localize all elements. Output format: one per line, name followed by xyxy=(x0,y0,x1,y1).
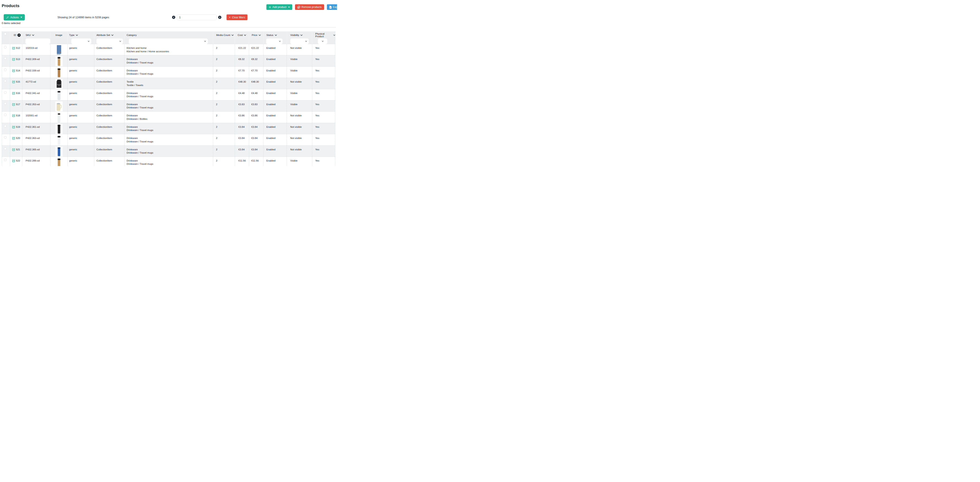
product-media-count: 2 xyxy=(213,44,235,55)
physical-product-filter-select[interactable] xyxy=(318,38,327,44)
table-row: 515 41772-xd generic CollectionItem Text… xyxy=(2,78,335,89)
product-thumbnail xyxy=(55,158,63,166)
edit-icon[interactable] xyxy=(12,58,15,61)
product-type: generic xyxy=(67,134,94,145)
product-attribute-set: CollectionItem xyxy=(94,100,124,111)
product-category: Drinkware Drinkware / Travel mugs xyxy=(124,134,213,145)
row-checkbox[interactable] xyxy=(4,46,6,48)
add-product-button[interactable]: Add product xyxy=(266,4,292,10)
product-visibility: Visible xyxy=(286,157,312,166)
prev-page-button[interactable] xyxy=(172,16,175,19)
column-header-type[interactable]: Type xyxy=(68,32,94,38)
product-media-count: 2 xyxy=(213,78,235,89)
row-checkbox[interactable] xyxy=(4,102,6,105)
edit-icon[interactable] xyxy=(12,103,15,106)
column-header-cost[interactable]: Cost xyxy=(235,32,249,38)
product-attribute-set: CollectionItem xyxy=(94,44,124,55)
next-page-button[interactable] xyxy=(218,16,221,19)
product-status: Enabled xyxy=(263,89,286,100)
column-header-id[interactable]: ID xyxy=(10,32,22,38)
category-path: Drinkware / Travel mugs xyxy=(127,72,213,76)
add-product-label: Add product xyxy=(272,6,286,9)
product-sku: P432.361-xd xyxy=(22,123,50,134)
export-products-button[interactable]: Export products xyxy=(327,4,337,10)
edit-icon[interactable] xyxy=(12,81,15,83)
chevron-down-icon xyxy=(322,41,324,42)
edit-icon[interactable] xyxy=(12,148,15,151)
page-number-input[interactable] xyxy=(177,14,216,20)
column-header-status[interactable]: Status xyxy=(264,32,286,38)
edit-icon[interactable] xyxy=(12,92,15,95)
actions-label: Actions xyxy=(10,16,19,19)
row-checkbox[interactable] xyxy=(4,136,6,138)
attribute-set-filter-select[interactable] xyxy=(97,38,123,44)
product-cost: €21.22 xyxy=(235,44,249,55)
top-buttons: Add product Remove products Export produ… xyxy=(266,4,337,10)
actions-button[interactable]: Actions xyxy=(4,14,25,21)
product-sku: P432.365-xd xyxy=(22,146,50,157)
row-checkbox[interactable] xyxy=(4,57,6,60)
row-checkbox[interactable] xyxy=(4,114,6,116)
column-header-physical-product[interactable]: Physical Product xyxy=(312,32,335,38)
product-physical: Yes xyxy=(312,157,335,166)
edit-icon[interactable] xyxy=(12,159,15,162)
product-thumbnail xyxy=(55,147,63,157)
chevron-left-icon xyxy=(173,17,174,18)
product-physical: Yes xyxy=(312,89,335,100)
product-id: 518 xyxy=(16,114,20,117)
product-category: Drinkware Drinkware / Travel mugs xyxy=(124,55,213,66)
visibility-filter-select[interactable] xyxy=(290,38,309,44)
select-all-checkbox[interactable] xyxy=(4,33,6,35)
product-media-count: 2 xyxy=(213,123,235,134)
sort-chevron-icon xyxy=(275,35,277,36)
edit-icon[interactable] xyxy=(12,114,15,117)
status-filter-select[interactable] xyxy=(266,38,283,44)
category-filter-select[interactable] xyxy=(129,38,208,44)
sort-chevron-icon xyxy=(76,35,78,36)
type-filter-select[interactable] xyxy=(71,38,91,44)
sku-filter-input[interactable] xyxy=(25,38,50,44)
edit-icon[interactable] xyxy=(12,47,15,49)
product-visibility: Visible xyxy=(286,100,312,111)
product-id: 516 xyxy=(16,92,20,95)
category-main: Drinkware xyxy=(127,92,213,95)
row-checkbox[interactable] xyxy=(4,147,6,150)
product-type: generic xyxy=(67,67,94,78)
product-category: Drinkware Drinkware / Travel mugs xyxy=(124,157,213,166)
pagination xyxy=(172,14,221,20)
row-checkbox[interactable] xyxy=(4,91,6,94)
products-table: ID SKU Image Type Attribute Set xyxy=(2,32,335,166)
product-category: Drinkware Drinkware / Bottles xyxy=(124,112,213,123)
row-checkbox[interactable] xyxy=(4,68,6,71)
category-path: Drinkware / Travel mugs xyxy=(127,151,213,155)
column-header-sku[interactable]: SKU xyxy=(22,32,50,38)
product-status: Enabled xyxy=(263,100,286,111)
column-header-attribute-set[interactable]: Attribute Set xyxy=(94,32,124,38)
column-header-visibility[interactable]: Visibility xyxy=(287,32,312,38)
row-checkbox[interactable] xyxy=(4,125,6,127)
product-thumbnail xyxy=(55,124,63,134)
product-price: €4.48 xyxy=(249,89,263,100)
column-header-price[interactable]: Price xyxy=(249,32,263,38)
row-checkbox[interactable] xyxy=(4,159,6,161)
product-sku: P432.353-xd xyxy=(22,100,50,111)
product-price: €11.56 xyxy=(249,157,263,166)
edit-icon[interactable] xyxy=(12,137,15,140)
product-attribute-set: CollectionItem xyxy=(94,67,124,78)
product-id: 519 xyxy=(16,125,20,129)
close-icon: × xyxy=(229,16,231,19)
clear-filters-button[interactable]: × Clear filters xyxy=(226,14,247,20)
product-attribute-set: CollectionItem xyxy=(94,146,124,157)
product-visibility: Visible xyxy=(286,55,312,66)
product-physical: Yes xyxy=(312,44,335,55)
product-thumbnail xyxy=(55,113,63,123)
sort-chevron-icon xyxy=(301,35,302,36)
column-header-media-count[interactable]: Media Count xyxy=(213,32,235,38)
product-physical: Yes xyxy=(312,67,335,78)
table-row: 520 P432.363-xd generic CollectionItem D… xyxy=(2,134,335,145)
edit-icon[interactable] xyxy=(12,69,15,72)
remove-products-button[interactable]: Remove products xyxy=(295,4,324,10)
table-row: 521 P432.365-xd generic CollectionItem D… xyxy=(2,145,335,157)
edit-icon[interactable] xyxy=(12,125,15,128)
row-checkbox[interactable] xyxy=(4,80,6,82)
